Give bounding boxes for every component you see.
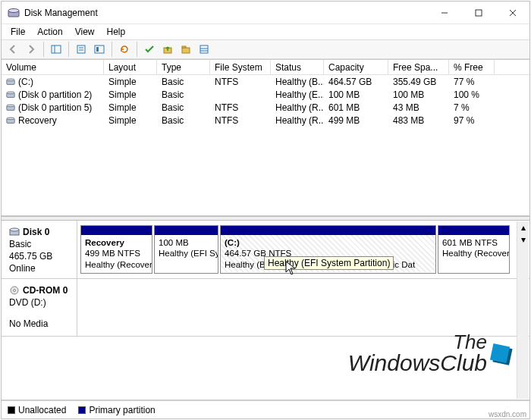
menubar: File Action View Help: [2, 24, 529, 39]
legend-primary-swatch: [78, 406, 86, 414]
svg-rect-11: [95, 45, 104, 53]
disk-label[interactable]: Disk 0Basic465.75 GBOnline: [2, 221, 77, 278]
toolbar: [2, 39, 529, 59]
menu-action[interactable]: Action: [33, 25, 67, 39]
legend-primary-label: Primary partition: [89, 405, 155, 415]
partition-area: Recovery499 MB NTFSHealthy (Recovery Pa1…: [77, 221, 529, 278]
volume-row[interactable]: (Disk 0 partition 2)SimpleBasicHealthy (…: [2, 88, 529, 101]
disk-label[interactable]: CD-ROM 0DVD (D:)No Media: [2, 279, 77, 336]
col-pctfree[interactable]: % Free: [449, 60, 495, 74]
list-icon[interactable]: [196, 41, 212, 58]
close-button[interactable]: [495, 2, 529, 24]
col-status[interactable]: Status: [271, 60, 324, 74]
menu-help[interactable]: Help: [102, 25, 130, 39]
watermark: TheWindowsClub: [348, 332, 508, 375]
volume-row[interactable]: (Disk 0 partition 5)SimpleBasicNTFSHealt…: [2, 101, 529, 114]
app-icon: [8, 7, 20, 19]
titlebar: Disk Management: [2, 2, 529, 24]
col-filesystem[interactable]: File System: [210, 60, 271, 74]
svg-rect-16: [200, 45, 208, 53]
legend-unallocated-label: Unallocated: [18, 405, 66, 415]
svg-rect-8: [77, 45, 85, 53]
folder-icon[interactable]: [178, 41, 194, 58]
svg-point-30: [14, 290, 16, 292]
attribution: wsxdn.com: [489, 410, 526, 418]
volume-row[interactable]: (C:)SimpleBasicNTFSHealthy (B...464.57 G…: [2, 75, 529, 88]
up-folder-icon[interactable]: [159, 41, 176, 58]
col-freespace[interactable]: Free Spa...: [388, 60, 449, 74]
svg-point-22: [7, 92, 14, 94]
scrollbar[interactable]: ▴▾: [517, 221, 529, 399]
col-volume[interactable]: Volume: [2, 60, 104, 74]
settings-icon[interactable]: [91, 41, 108, 58]
col-layout[interactable]: Layout: [104, 60, 157, 74]
partition[interactable]: Recovery499 MB NTFSHealthy (Recovery Pa: [80, 225, 152, 274]
window-title: Disk Management: [24, 8, 427, 18]
svg-point-24: [7, 105, 14, 107]
legend: Unallocated Primary partition: [2, 400, 529, 418]
refresh-icon[interactable]: [116, 41, 133, 58]
partition[interactable]: 100 MBHealthy (EFI System P: [154, 225, 218, 274]
partition[interactable]: 601 MB NTFSHealthy (Recovery Par: [438, 225, 510, 274]
cursor-icon: [285, 261, 297, 278]
svg-rect-12: [96, 47, 99, 52]
legend-unallocated-swatch: [8, 406, 15, 414]
volume-list[interactable]: (C:)SimpleBasicNTFSHealthy (B...464.57 G…: [2, 75, 529, 216]
maximize-button[interactable]: [461, 2, 495, 24]
menu-view[interactable]: View: [71, 25, 99, 39]
partition-area: [77, 279, 529, 336]
svg-point-28: [10, 228, 19, 231]
back-button[interactable]: [5, 41, 21, 58]
volume-row[interactable]: RecoverySimpleBasicNTFSHealthy (R...499 …: [2, 114, 529, 127]
volume-list-header[interactable]: Volume Layout Type File System Status Ca…: [2, 59, 529, 75]
minimize-button[interactable]: [427, 2, 461, 24]
disk-row: CD-ROM 0DVD (D:)No Media: [2, 279, 529, 337]
disk-row: Disk 0Basic465.75 GBOnlineRecovery499 MB…: [2, 221, 529, 279]
forward-button[interactable]: [23, 41, 39, 58]
svg-point-26: [7, 118, 14, 120]
properties-icon[interactable]: [73, 41, 90, 58]
svg-rect-14: [182, 48, 190, 53]
check-icon[interactable]: [141, 41, 158, 58]
pane-icon[interactable]: [48, 41, 64, 58]
svg-rect-6: [52, 45, 61, 53]
svg-rect-15: [182, 46, 186, 48]
col-capacity[interactable]: Capacity: [324, 60, 388, 74]
col-type[interactable]: Type: [157, 60, 210, 74]
menu-file[interactable]: File: [6, 25, 30, 39]
svg-rect-3: [476, 10, 482, 16]
svg-point-20: [7, 79, 14, 81]
svg-point-1: [8, 8, 19, 12]
tooltip: Healthy (EFI System Partition): [264, 256, 394, 270]
